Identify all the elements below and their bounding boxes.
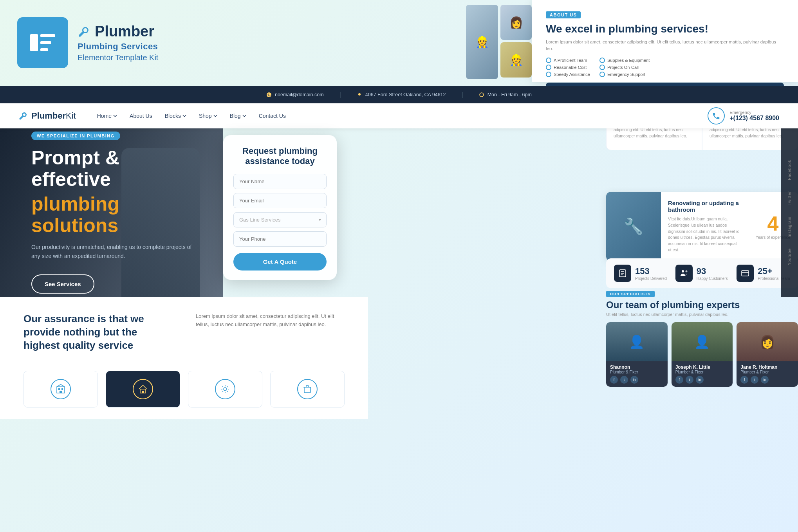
projects-label: Projects Delivered — [635, 276, 667, 281]
svg-point-24 — [224, 388, 227, 391]
name-input[interactable] — [233, 174, 327, 189]
svg-point-7 — [480, 93, 484, 97]
tw-icon-1[interactable]: t — [620, 376, 628, 384]
service-icon-card-2 — [106, 371, 180, 408]
years-num: 4 — [767, 213, 779, 234]
topbar-hours: Mon - Fri 9am - 6pm — [479, 92, 532, 97]
topbar-address: 4067 Ford Street Oakland, CA 94612 — [357, 92, 446, 97]
hero-description: Our productivity is unmatched, enabling … — [31, 243, 196, 260]
team-badge: OUR SPECIALISTS — [606, 291, 655, 297]
in-icon-3[interactable]: in — [761, 376, 769, 384]
about-photos: 👷 👩 👷 — [461, 0, 532, 82]
house-icon-circle — [133, 379, 153, 399]
nav-wrench-icon — [19, 112, 27, 120]
team-name-1: Shannon — [610, 364, 664, 370]
phone-input[interactable] — [233, 231, 327, 247]
get-quote-button[interactable]: Get A Quote — [233, 253, 327, 271]
features-col-1: A Proficient Team Reasonable Cost Speedy… — [546, 58, 590, 77]
in-icon-2[interactable]: in — [696, 376, 704, 384]
nav-blog[interactable]: Blog — [224, 110, 252, 122]
nav-contact[interactable]: Contact Us — [253, 110, 291, 122]
stat-projects: 153 Projects Delivered — [614, 265, 668, 282]
topbar-email: 📞 noemail@domain.com — [266, 92, 324, 97]
projects-icon-box — [614, 265, 631, 282]
quote-form: Request plumbing assistance today Gas Li… — [223, 135, 337, 280]
team-desc: Ut elit tellus, luctus nec ullamcorper m… — [606, 312, 798, 317]
team-name-3: Jane R. Holtman — [740, 364, 794, 370]
team-cards: 👤 Shannon Plumber & Fixer f t in 👤 Josep… — [606, 322, 798, 387]
fb-icon-2[interactable]: f — [675, 376, 683, 384]
twitter-label[interactable]: Twitter — [787, 191, 792, 205]
nav-blocks[interactable]: Blocks — [159, 110, 192, 122]
clipboard-icon — [618, 269, 627, 278]
nav-bar: PlumberKit Home About Us Blocks Shop Blo… — [0, 103, 798, 128]
bottom-content-row: Our assurance is that we provide nothing… — [23, 312, 345, 357]
team-section: OUR SPECIALISTS Our team of plumbing exp… — [606, 290, 798, 387]
fb-icon-1[interactable]: f — [610, 376, 618, 384]
sep-2: | — [462, 91, 463, 98]
svg-rect-17 — [58, 388, 60, 390]
chevron-down-icon-4 — [242, 114, 246, 118]
feature-4: Supplies & Equipment — [599, 58, 650, 63]
team-card-info-2: Joseph K. Little Plumber & Fixer f t in — [672, 361, 733, 387]
svg-rect-0 — [30, 34, 38, 51]
renovation-title: Renovating or updating a bathroom — [668, 200, 741, 213]
building-icon-circle — [51, 379, 71, 399]
brand-name-block: Plumber Plumbing Services Elementor Temp… — [78, 23, 158, 62]
service-icon-card-4 — [270, 371, 345, 408]
svg-line-21 — [61, 384, 65, 387]
youtube-label[interactable]: Youtube — [787, 248, 792, 265]
svg-point-6 — [358, 93, 361, 96]
about-desc: Lorem ipsum dolor sit amet, consectetur … — [546, 39, 784, 52]
nav-shop[interactable]: Shop — [193, 110, 223, 122]
features-col-2: Supplies & Equipment Projects On-Call Em… — [599, 58, 650, 77]
team-icon — [740, 269, 750, 278]
nav-emergency: Emergency +(123) 4567 8900 — [708, 107, 779, 124]
bottom-section: Our assurance is that we provide nothing… — [0, 297, 368, 419]
chevron-down-icon-2 — [182, 114, 186, 118]
tw-icon-3[interactable]: t — [751, 376, 758, 384]
phone-icon: 📞 — [266, 92, 272, 97]
facebook-label[interactable]: Facebook — [787, 160, 792, 180]
about-features: A Proficient Team Reasonable Cost Speedy… — [546, 58, 784, 77]
nav-links: Home About Us Blocks Shop Blog Contact U… — [92, 110, 708, 122]
brand-name: Plumber — [95, 23, 154, 40]
worker-photo-3: 👷 — [500, 42, 532, 78]
team-social-3: f t in — [740, 376, 794, 384]
team-social-2: f t in — [675, 376, 729, 384]
service-icon-card-1 — [23, 371, 98, 408]
top-bar: 📞 noemail@domain.com | 4067 Ford Street … — [0, 86, 798, 103]
see-services-button[interactable]: See Services — [31, 274, 94, 294]
feature-2: Reasonable Cost — [546, 65, 590, 70]
brand-sub2: Elementor Template Kit — [78, 53, 158, 62]
quote-form-title: Request plumbing assistance today — [233, 146, 327, 167]
building-icon — [55, 384, 66, 395]
instagram-label[interactable]: Instagram — [787, 216, 792, 237]
about-badge: ABOUT US — [546, 11, 581, 18]
service-select-wrap: Gas Line Services Pipe Repair Water Heat… — [233, 212, 327, 227]
tw-icon-2[interactable]: t — [686, 376, 693, 384]
social-sidebar: Facebook Twitter Instagram Youtube — [781, 128, 798, 297]
chevron-down-icon — [113, 114, 117, 118]
customers-num: 93 — [697, 266, 728, 276]
nav-logo: PlumberKit — [19, 111, 76, 121]
house-icon — [137, 384, 148, 395]
fb-icon-3[interactable]: f — [740, 376, 748, 384]
trash-icon — [302, 384, 313, 395]
nav-about[interactable]: About Us — [124, 110, 158, 122]
location-icon — [357, 92, 362, 97]
feature-3: Speedy Assistance — [546, 72, 590, 77]
nav-home[interactable]: Home — [92, 110, 123, 122]
trash-icon-circle — [297, 379, 318, 399]
email-input[interactable] — [233, 193, 327, 208]
service-select[interactable]: Gas Line Services Pipe Repair Water Heat… — [233, 212, 327, 227]
bottom-lorem: Lorem ipsum dolor sit amet, consectetur … — [196, 312, 345, 329]
stats-row: 153 Projects Delivered 93 Happy Customer… — [606, 258, 798, 288]
in-icon-1[interactable]: in — [630, 376, 638, 384]
assurance-title: Our assurance is that we provide nothing… — [23, 312, 172, 352]
wrench-icon — [78, 25, 90, 38]
clock-icon — [479, 92, 484, 97]
svg-line-20 — [57, 384, 61, 387]
svg-text:📞: 📞 — [267, 93, 271, 97]
bottom-right: Lorem ipsum dolor sit amet, consectetur … — [196, 312, 345, 329]
